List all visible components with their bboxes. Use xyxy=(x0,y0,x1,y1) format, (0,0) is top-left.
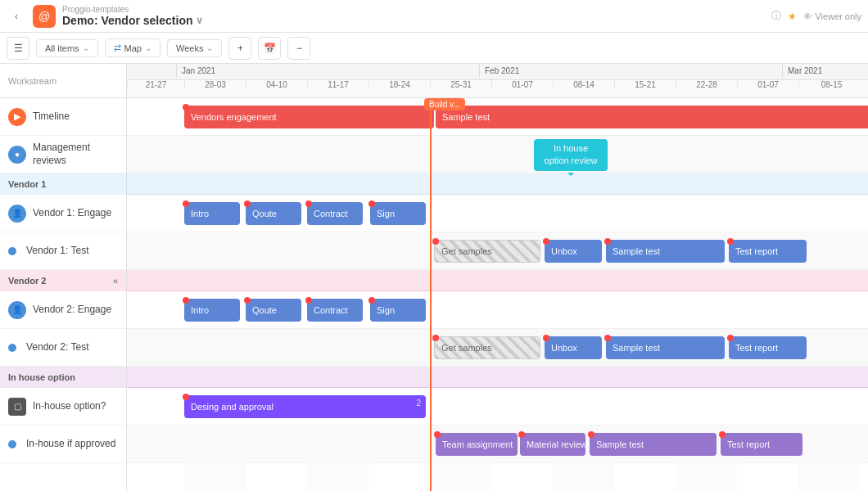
sidebar: Workstream ▶ Timeline ● Management revie… xyxy=(0,64,127,491)
inhouse-approved-label: In-house if approved xyxy=(26,438,115,451)
bar-v1-contract[interactable]: Contract xyxy=(307,202,363,225)
dot-team xyxy=(434,431,441,438)
bar-v1-getsamples[interactable]: Get samples xyxy=(434,240,540,263)
nav-icons: ⓘ ★ 👁 Viewer only xyxy=(771,9,861,23)
gantt-row-v1test: Get samples Unbox Sample test Test repor… xyxy=(127,232,868,270)
calendar-icon-btn[interactable]: 📅 xyxy=(258,37,281,60)
bar-v1-testreport[interactable]: Test report xyxy=(729,240,807,263)
dot-v2-sampletest xyxy=(604,335,611,341)
bar-v2-quote[interactable]: Qoute xyxy=(246,299,301,322)
dot-v2-testreport xyxy=(727,335,734,341)
dot-v1-sampletest xyxy=(604,238,611,245)
v1engage-icon: 👤 xyxy=(8,205,26,223)
sidebar-item-v2test[interactable]: Vendor 2: Test xyxy=(0,329,126,367)
dot-vendors-start xyxy=(183,104,189,110)
week-08-14: 08-14 xyxy=(553,80,614,89)
timeline-label: Timeline xyxy=(33,110,70,124)
inhouse-icon: ▢ xyxy=(8,398,26,416)
v2engage-icon: 👤 xyxy=(8,301,26,319)
breadcrumb: Proggio-templates Demo: Vendor selection… xyxy=(62,5,203,27)
dot-v1-testreport xyxy=(727,238,734,245)
v1test-dot xyxy=(8,247,16,255)
minus-btn[interactable]: − xyxy=(287,37,310,60)
bar-v2-unbox[interactable]: Unbox xyxy=(545,336,602,359)
dot-v1-contract xyxy=(305,200,312,207)
sidebar-item-mgmt[interactable]: ● Management reviews xyxy=(0,136,126,173)
bar-v2-testreport[interactable]: Test report xyxy=(729,336,807,359)
map-icon: ⇄ xyxy=(114,43,121,53)
bar-v2-getsamples[interactable]: Get samples xyxy=(434,336,540,359)
filter-icon-btn[interactable]: ☰ xyxy=(7,37,29,60)
bar-inhouse-testreport[interactable]: Test report xyxy=(721,433,802,456)
dot-v1-sign xyxy=(368,200,375,207)
gantt-row-inhouse-approved: Team assignment Material review Sample t… xyxy=(127,426,868,463)
star-icon[interactable]: ★ xyxy=(788,11,797,22)
mgmt-icon: ● xyxy=(8,146,26,164)
gantt-week-header: 21-27 28-03 04-10 11-17 18-24 25-31 01-0… xyxy=(127,80,868,98)
gantt-row-v2engage: Intro Qoute Contract Sign xyxy=(127,291,868,329)
breadcrumb-chevron: ∨ xyxy=(196,15,203,26)
week-22-28: 22-28 xyxy=(676,80,737,89)
info-icon[interactable]: ⓘ xyxy=(771,9,781,23)
add-btn[interactable]: + xyxy=(228,37,251,60)
bar-sample-test-timeline[interactable]: Sample test xyxy=(436,106,868,128)
v2test-label: Vendor 2: Test xyxy=(26,341,89,354)
gantt-row-timeline: Vendors engagement Sample test Decison xyxy=(127,98,868,136)
sidebar-item-v1engage[interactable]: 👤 Vendor 1: Engage xyxy=(0,195,126,232)
dot-v2-unbox xyxy=(543,335,549,341)
weeks-btn[interactable]: Weeks ⌄ xyxy=(167,39,222,57)
bar-v1-sampletest[interactable]: Sample test xyxy=(606,240,725,263)
app-icon: @ xyxy=(33,5,56,28)
bar-design-approval[interactable]: Desing and approval 2 xyxy=(184,395,426,418)
map-btn[interactable]: ⇄ Map ⌄ xyxy=(105,38,160,57)
group-inhouse: In house option xyxy=(0,367,126,388)
breadcrumb-title: Demo: Vendor selection ∨ xyxy=(62,14,203,27)
vendor2-collapse[interactable]: « xyxy=(113,276,118,286)
dot-inhouse-sample xyxy=(588,431,594,438)
gantt-area: Jan 2021 Feb 2021 Mar 2021 21-27 28-03 0… xyxy=(127,64,868,491)
bar-material-review[interactable]: Material review xyxy=(520,433,585,456)
bar-v2-sampletest[interactable]: Sample test xyxy=(606,336,725,359)
v1engage-label: Vendor 1: Engage xyxy=(33,207,111,220)
week-18-24: 18-24 xyxy=(368,80,430,89)
dot-v1-quote xyxy=(244,200,251,207)
week-04-10: 04-10 xyxy=(246,80,307,89)
bar-v1-intro[interactable]: Intro xyxy=(184,202,240,225)
sidebar-item-inhouse-q[interactable]: ▢ In-house option? xyxy=(0,388,126,426)
dot-v2-getsamples xyxy=(432,335,439,341)
bar-v2-intro[interactable]: Intro xyxy=(184,299,240,322)
bar-v1-sign[interactable]: Sign xyxy=(370,202,426,225)
inhouse-review-bubble: In houseoption review xyxy=(534,139,608,171)
bar-v1-quote[interactable]: Qoute xyxy=(246,202,301,225)
sidebar-item-timeline[interactable]: ▶ Timeline xyxy=(0,98,126,136)
sidebar-header: Workstream xyxy=(0,64,126,98)
all-items-btn[interactable]: All items ⌄ xyxy=(36,39,98,57)
bar-team-assignment[interactable]: Team assignment xyxy=(436,433,518,456)
sidebar-item-v1test[interactable]: Vendor 1: Test xyxy=(0,232,126,270)
dot-v2-intro xyxy=(183,297,189,304)
bar-vendors-engagement[interactable]: Vendors engagement xyxy=(184,106,434,128)
sidebar-item-v2engage[interactable]: 👤 Vendor 2: Engage xyxy=(0,291,126,329)
week-08-15: 08-15 xyxy=(798,80,864,89)
gantt-row-v2test: Get samples Unbox Sample test Test repor… xyxy=(127,329,868,367)
toolbar: ☰ All items ⌄ ⇄ Map ⌄ Weeks ⌄ + 📅 − xyxy=(0,33,868,64)
group-vendor2: Vendor 2 « xyxy=(0,270,126,291)
week-21-27: 21-27 xyxy=(127,80,184,89)
gantt-group-inhouse xyxy=(127,367,868,388)
week-25-31: 25-31 xyxy=(430,80,491,89)
inhouse-q-label: In-house option? xyxy=(33,400,106,413)
bar-v1-unbox[interactable]: Unbox xyxy=(545,240,602,263)
dot-v2-quote xyxy=(244,297,251,304)
bar-v2-contract[interactable]: Contract xyxy=(307,299,363,322)
bar-inhouse-sampletest[interactable]: Sample test xyxy=(590,433,717,456)
breadcrumb-parent: Proggio-templates xyxy=(62,5,203,14)
viewer-badge: 👁 Viewer only xyxy=(803,11,861,21)
week-01-07b: 01-07 xyxy=(737,80,798,89)
sidebar-item-inhouse-approved[interactable]: In-house if approved xyxy=(0,426,126,463)
inhouse-approved-dot xyxy=(8,440,16,448)
bar-v2-sign[interactable]: Sign xyxy=(370,299,426,322)
top-nav: ‹ @ Proggio-templates Demo: Vendor selec… xyxy=(0,0,868,33)
week-11-17: 11-17 xyxy=(307,80,368,89)
back-button[interactable]: ‹ xyxy=(7,7,26,26)
week-28-03: 28-03 xyxy=(184,80,246,89)
